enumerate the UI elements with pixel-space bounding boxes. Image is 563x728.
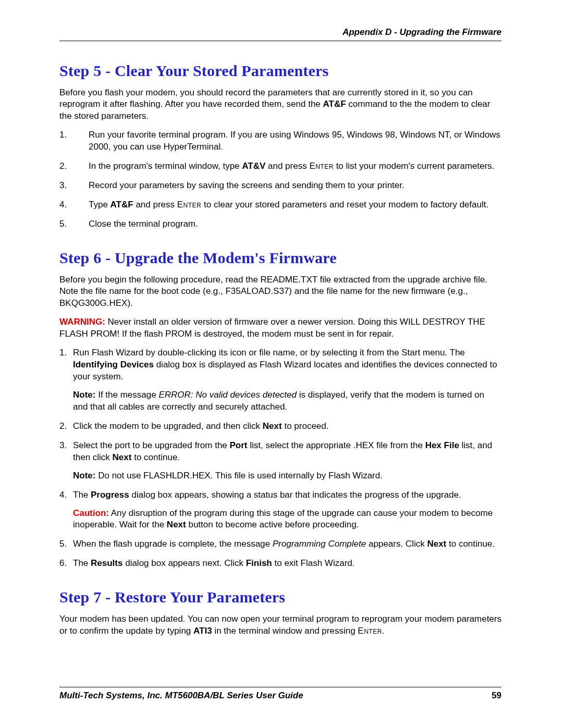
- key-enter: Enter: [177, 200, 202, 209]
- list-text: The Progress dialog box appears, showing…: [73, 489, 501, 532]
- list-text: Click the modem to be upgraded, and then…: [73, 421, 501, 433]
- text: button to become active before proceedin…: [186, 520, 359, 529]
- list-text: Select the port to be upgraded from the …: [73, 440, 501, 482]
- step6-heading: Step 6 - Upgrade the Modem's Firmware: [59, 249, 501, 267]
- text: In the program's terminal window, type: [89, 161, 242, 171]
- note-label: Note:: [73, 390, 95, 400]
- list-number: 3.: [59, 440, 73, 482]
- cmd-atf: AT&F: [323, 99, 346, 109]
- step5-intro: Before you flash your modem, you should …: [59, 87, 501, 122]
- list-text: The Results dialog box appears next. Cli…: [73, 558, 501, 570]
- list-number: 1.: [59, 347, 73, 413]
- list-text: When the flash upgrade is complete, the …: [73, 538, 501, 550]
- warning-text: Never install an older version of firmwa…: [59, 317, 485, 338]
- list-number: 3.: [59, 180, 89, 192]
- warning-label: WARNING:: [59, 317, 105, 327]
- step6-intro: Before you begin the following procedure…: [59, 274, 501, 309]
- message: Programming Complete: [273, 539, 366, 549]
- list-item: 6. The Results dialog box appears next. …: [59, 558, 501, 570]
- footer-text: Multi-Tech Systems, Inc. MT5600BA/BL Ser…: [59, 690, 303, 701]
- page-footer: Multi-Tech Systems, Inc. MT5600BA/BL Ser…: [59, 687, 501, 701]
- bold-text: Next: [427, 539, 446, 549]
- list-item: 5. Close the terminal program.: [59, 218, 501, 230]
- text: to continue.: [131, 452, 180, 462]
- bold-text: Identifying Devices: [73, 360, 154, 369]
- bold-text: Finish: [246, 558, 272, 568]
- text: appears. Click: [366, 539, 427, 549]
- list-text: In the program's terminal window, type A…: [89, 161, 501, 172]
- caution-label: Caution:: [73, 508, 109, 518]
- list-item: 3. Select the port to be upgraded from t…: [59, 440, 501, 482]
- cmd-atf: AT&F: [111, 200, 133, 209]
- text: in the terminal window and pressing: [212, 626, 358, 636]
- text: dialog box appears next. Click: [123, 558, 246, 568]
- step7-body: Your modem has been updated. You can now…: [59, 613, 501, 637]
- error-message: ERROR: No valid devices detected: [158, 390, 297, 400]
- page: Appendix D - Upgrading the Firmware Step…: [0, 0, 563, 728]
- step5-list: 1. Run your favorite terminal program. I…: [59, 129, 501, 230]
- text: Select the port to be upgraded from the: [73, 440, 230, 450]
- step5-heading: Step 5 - Clear Your Stored Paramenters: [59, 62, 501, 80]
- list-text: Run your favorite terminal program. If y…: [89, 129, 501, 153]
- step6-list: 1. Run Flash Wizard by double-clicking i…: [59, 347, 501, 570]
- list-item: 2. In the program's terminal window, typ…: [59, 161, 501, 172]
- text: to list your modem's current parameters.: [334, 161, 494, 171]
- step6-warning: WARNING: Never install an older version …: [59, 316, 501, 340]
- step7-heading: Step 7 - Restore Your Parameters: [59, 588, 501, 606]
- list-number: 5.: [59, 538, 73, 550]
- list-number: 6.: [59, 558, 73, 570]
- key-enter: Enter: [309, 161, 334, 171]
- text: If the message: [95, 390, 158, 400]
- note: Note: Do not use FLASHLDR.HEX. This file…: [73, 470, 501, 482]
- bold-text: Next: [167, 520, 186, 529]
- text: dialog box appears, showing a status bar…: [129, 490, 461, 500]
- text: Run Flash Wizard by double-clicking its …: [73, 348, 465, 357]
- text: and press: [133, 200, 177, 209]
- text: to continue.: [446, 539, 495, 549]
- list-text: Run Flash Wizard by double-clicking its …: [73, 347, 501, 413]
- bold-text: Port: [230, 440, 248, 450]
- list-text: Type AT&F and press Enter to clear your …: [89, 199, 501, 211]
- list-item: 1. Run Flash Wizard by double-clicking i…: [59, 347, 501, 413]
- list-number: 4.: [59, 489, 73, 532]
- bold-text: Next: [113, 452, 132, 462]
- note-label: Note:: [73, 471, 95, 480]
- list-item: 2. Click the modem to be upgraded, and t…: [59, 421, 501, 433]
- bold-text: Next: [263, 421, 282, 431]
- text: The: [73, 490, 91, 500]
- bold-text: Hex File: [425, 440, 459, 450]
- list-text: Close the terminal program.: [89, 218, 501, 230]
- text: to clear your stored parameters and rese…: [201, 200, 488, 209]
- text: .: [382, 626, 385, 636]
- text: Click the modem to be upgraded, and then…: [73, 421, 263, 431]
- list-number: 2.: [59, 161, 89, 172]
- text: to proceed.: [282, 421, 329, 431]
- list-number: 1.: [59, 129, 89, 153]
- text: and press: [265, 161, 309, 171]
- list-item: 3. Record your parameters by saving the …: [59, 180, 501, 192]
- key-enter: Enter: [358, 626, 382, 636]
- cmd-ati3: ATI3: [193, 626, 212, 636]
- text: Type: [89, 200, 111, 209]
- list-text: Record your parameters by saving the scr…: [89, 180, 501, 192]
- list-number: 5.: [59, 218, 89, 230]
- text: The: [73, 558, 91, 568]
- list-item: 5. When the flash upgrade is complete, t…: [59, 538, 501, 550]
- page-number: 59: [492, 690, 501, 701]
- note: Note: If the message ERROR: No valid dev…: [73, 389, 501, 413]
- cmd-atv: AT&V: [242, 161, 265, 171]
- running-header: Appendix D - Upgrading the Firmware: [59, 27, 501, 41]
- list-item: 4. The Progress dialog box appears, show…: [59, 489, 501, 532]
- list-item: 1. Run your favorite terminal program. I…: [59, 129, 501, 153]
- text: to exit Flash Wizard.: [272, 558, 355, 568]
- text: list, select the appropriate .HEX file f…: [248, 440, 425, 450]
- bold-text: Results: [91, 558, 123, 568]
- list-number: 2.: [59, 421, 73, 433]
- list-number: 4.: [59, 199, 89, 211]
- caution: Caution: Any disruption of the program d…: [73, 508, 501, 532]
- list-item: 4. Type AT&F and press Enter to clear yo…: [59, 199, 501, 211]
- bold-text: Progress: [91, 490, 129, 500]
- text: When the flash upgrade is complete, the …: [73, 539, 273, 549]
- text: Do not use FLASHLDR.HEX. This file is us…: [95, 471, 383, 480]
